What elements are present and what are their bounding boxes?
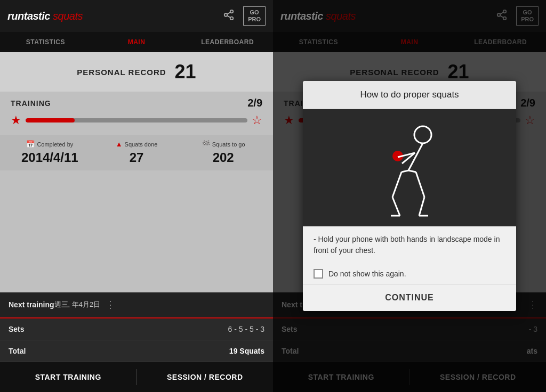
svg-point-0 (230, 10, 234, 13)
tab-main-left[interactable]: MAIN (91, 32, 182, 52)
continue-button[interactable]: CONTINUE (303, 284, 516, 311)
personal-record-section: PERSONAL RECORD 21 (0, 52, 273, 92)
training-header: TRAINING 2/9 (11, 97, 262, 109)
header-right-left: GOPRO (223, 6, 266, 26)
next-training-row: Next training 週三, 年4月2日 ⋮ (0, 292, 273, 317)
next-training-date: 週三, 年4月2日 (54, 300, 101, 309)
total-label: Total (9, 347, 229, 355)
svg-point-10 (414, 126, 431, 143)
nav-tabs-left: STATISTICS MAIN LEADERBOARD (0, 32, 273, 52)
share-icon-left[interactable] (223, 9, 235, 23)
svg-line-15 (402, 170, 408, 172)
squats-done-icon: ▲ (116, 140, 123, 148)
sets-label: Sets (9, 325, 228, 333)
bottom-bar-left: START TRAINING SESSION / RECORD (0, 362, 273, 392)
squats-done-value: 27 (130, 150, 144, 165)
svg-line-16 (408, 170, 416, 172)
completed-by-label: Completed by (37, 141, 73, 148)
svg-line-17 (392, 172, 402, 197)
tab-statistics-left[interactable]: STATISTICS (0, 32, 91, 52)
do-not-show-label: Do not show this again. (328, 270, 406, 278)
svg-point-2 (230, 17, 234, 19)
total-value: 19 Squats (229, 347, 264, 355)
squats-to-go-label: Squats to go (212, 141, 245, 148)
personal-record-value: 21 (175, 61, 196, 83)
personal-record-label: PERSONAL RECORD (77, 68, 166, 77)
stats-row: 📅 Completed by 2014/4/11 ▲ Squats done 2… (0, 135, 273, 170)
svg-line-4 (227, 12, 230, 14)
start-training-button[interactable]: START TRAINING (0, 362, 136, 392)
logo-sub-left: squats (53, 10, 83, 22)
star-outline-icon: ☆ (252, 113, 262, 127)
go-pro-button-left[interactable]: GOPRO (243, 6, 266, 26)
squat-illustration (303, 109, 516, 226)
stat-squats-done: ▲ Squats done 27 (94, 140, 179, 165)
tab-leaderboard-left[interactable]: LEADERBOARD (182, 32, 273, 52)
main-content-left: PERSONAL RECORD 21 TRAINING 2/9 ★ ☆ (0, 52, 273, 362)
logo-left: runtastic squats (7, 10, 83, 22)
squats-to-go-value: 202 (213, 150, 234, 165)
sets-value: 6 - 5 - 5 - 3 (228, 325, 264, 333)
header-left: runtastic squats GOPRO (0, 0, 273, 32)
svg-line-21 (419, 197, 424, 216)
checkbox-row: Do not show this again. (303, 264, 516, 284)
logo-main-left: runtastic (7, 10, 50, 22)
training-table: Next training 週三, 年4月2日 ⋮ Sets 6 - 5 - 5… (0, 292, 273, 362)
progress-bar-row: ★ ☆ (11, 113, 262, 127)
total-row: Total 19 Squats (0, 340, 273, 362)
left-panel: runtastic squats GOPRO STATISTICS MAIN L… (0, 0, 273, 392)
modal-title: How to do proper squats (303, 81, 516, 109)
squat-svg (362, 115, 457, 221)
progress-bar-fill (26, 118, 75, 123)
svg-point-1 (224, 13, 228, 17)
more-options-icon[interactable]: ⋮ (106, 299, 115, 311)
sets-row: Sets 6 - 5 - 5 - 3 (0, 318, 273, 340)
progress-bar (26, 118, 247, 123)
session-record-button[interactable]: SESSION / RECORD (137, 362, 274, 392)
svg-line-18 (392, 197, 400, 216)
content-spacer (0, 170, 273, 292)
training-section: TRAINING 2/9 ★ ☆ (0, 92, 273, 135)
how-to-modal: How to do proper squats (303, 81, 516, 311)
training-progress: 2/9 (247, 97, 262, 109)
next-training-label: Next training (9, 300, 54, 309)
flag-icon: 🏁 (202, 140, 210, 148)
modal-instruction: - Hold your phone with both hands in lan… (303, 226, 516, 264)
do-not-show-checkbox[interactable] (314, 269, 323, 279)
stat-completed-by: 📅 Completed by 2014/4/11 (7, 140, 92, 165)
right-panel: runtastic squats GOPRO STATISTICS MAIN L… (273, 0, 546, 392)
completed-by-value: 2014/4/11 (21, 150, 78, 165)
squats-done-label: Squats done (125, 141, 158, 148)
svg-line-20 (416, 172, 424, 197)
stat-squats-to-go: 🏁 Squats to go 202 (181, 140, 266, 165)
calendar-icon: 📅 (26, 140, 35, 148)
svg-line-3 (227, 15, 230, 18)
modal-overlay: How to do proper squats (273, 0, 546, 392)
training-label: TRAINING (11, 99, 51, 108)
star-filled-icon: ★ (11, 113, 21, 127)
